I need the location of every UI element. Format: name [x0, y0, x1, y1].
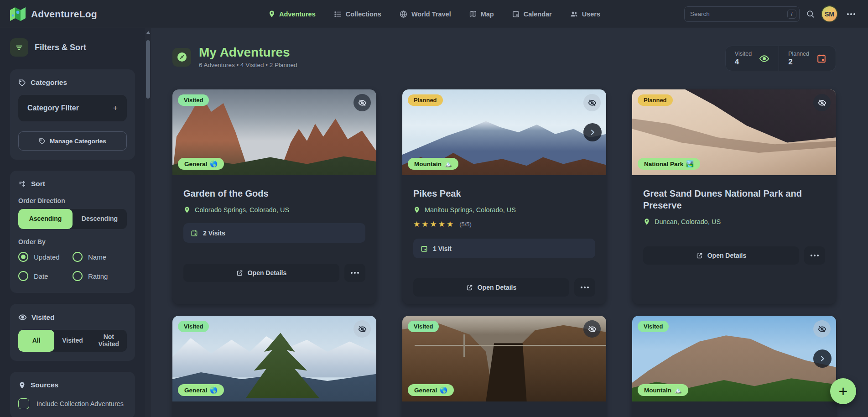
top-navbar: AdventureLog Adventures Collections [0, 0, 868, 28]
external-link-icon [696, 252, 703, 259]
order-direction-label: Order Direction [18, 197, 127, 204]
open-details-button[interactable]: Open Details [183, 264, 339, 282]
adventure-image: Visited General🌎 [172, 89, 376, 175]
map-logo-icon [10, 7, 26, 21]
nav-item-collections[interactable]: Collections [334, 10, 381, 18]
card-body: Garden of the Gods Colorado Springs, Col… [172, 175, 376, 282]
categories-panel: Categories Category Filter + Manage Cate… [10, 69, 135, 160]
categories-heading: Categories [18, 78, 127, 87]
descending-button[interactable]: Descending [73, 209, 127, 229]
sort-panel: Sort Order Direction Ascending Descendin… [10, 171, 135, 293]
page-subtitle: 6 Adventures • 4 Visited • 2 Planned [199, 62, 297, 68]
adventure-location: Duncan, Colorado, US [643, 218, 825, 225]
navbar-overflow-menu-button[interactable] [844, 9, 858, 20]
calendar-icon [816, 53, 826, 63]
scroll-up-arrow-icon[interactable] [146, 31, 150, 34]
checkbox-icon[interactable] [18, 398, 29, 409]
status-badge: Planned [638, 94, 673, 106]
radio-rating[interactable]: Rating [73, 271, 127, 281]
order-direction-toggle: Ascending Descending [18, 209, 127, 229]
users-icon [570, 10, 578, 18]
compass-icon [177, 52, 187, 63]
open-details-button[interactable]: Open Details [643, 246, 799, 265]
visited-all-button[interactable]: All [18, 330, 54, 352]
radio-date[interactable]: Date [18, 271, 73, 281]
visited-filter-toggle: All Visited Not Visited [18, 330, 127, 352]
page-header: My Adventures 6 Adventures • 4 Visited •… [172, 46, 836, 71]
ascending-button[interactable]: Ascending [18, 209, 73, 229]
card-overflow-menu-button[interactable] [574, 278, 595, 297]
main-navigation: Adventures Collections World Travel [268, 10, 600, 18]
hide-visibility-button[interactable] [583, 320, 601, 338]
status-badge: Visited [178, 321, 209, 332]
nav-item-adventures[interactable]: Adventures [268, 10, 316, 18]
order-by-options: Updated Name Date Rating [18, 252, 127, 284]
card-overflow-menu-button[interactable] [804, 246, 825, 265]
radio-name[interactable]: Name [73, 252, 127, 262]
visited-visited-button[interactable]: Visited [54, 330, 90, 352]
ellipsis-icon [811, 255, 812, 256]
adventure-card: Visited Mountain🏔️ [632, 316, 836, 417]
manage-categories-button[interactable]: Manage Categories [18, 131, 127, 151]
visits-info: 1 Visit [413, 239, 595, 258]
radio-updated[interactable]: Updated [18, 252, 73, 262]
content-scrollbar[interactable] [145, 28, 151, 417]
nav-label: Collections [346, 10, 381, 18]
sidebar-title: Filters & Sort [35, 43, 86, 52]
calendar-icon [512, 10, 520, 18]
hide-visibility-button[interactable] [583, 94, 601, 111]
planned-stat: Planned 2 [779, 46, 836, 71]
nav-item-world-travel[interactable]: World Travel [400, 10, 451, 18]
hide-visibility-button[interactable] [353, 320, 371, 338]
category-emoji: 🏞️ [686, 160, 694, 167]
category-filter-collapse[interactable]: Category Filter + [18, 95, 127, 121]
visited-not-visited-button[interactable]: Not Visited [91, 330, 127, 352]
map-pin-icon [183, 206, 191, 214]
hide-visibility-button[interactable] [813, 94, 831, 111]
order-by-label: Order By [18, 238, 127, 245]
include-collection-adventures-checkbox-row[interactable]: Include Collection Adventures [18, 398, 127, 409]
stats-box: Visited 4 Planned 2 [725, 46, 836, 71]
visited-stat-label: Visited [735, 51, 752, 57]
next-image-button[interactable] [813, 349, 832, 368]
planned-stat-label: Planned [788, 51, 809, 57]
search-box: / [684, 6, 800, 22]
card-body [172, 401, 376, 414]
search-icon [806, 10, 815, 18]
category-emoji: 🏔️ [444, 160, 452, 167]
category-badge: National Park🏞️ [638, 158, 700, 170]
category-emoji: 🌎 [210, 160, 218, 167]
adventure-title: Garden of the Gods [183, 188, 365, 199]
category-emoji: 🌎 [440, 386, 447, 394]
brand-home-link[interactable]: AdventureLog [10, 7, 97, 21]
category-badge: General🌎 [178, 384, 224, 396]
map-pin-icon [18, 381, 26, 389]
sort-heading: Sort [18, 180, 127, 188]
card-actions: Open Details [643, 246, 825, 265]
nav-label: Map [481, 10, 494, 18]
search-input[interactable] [684, 6, 800, 22]
hide-visibility-button[interactable] [353, 94, 371, 111]
nav-item-calendar[interactable]: Calendar [512, 10, 552, 18]
globe-icon [400, 10, 408, 18]
page-header-left: My Adventures 6 Adventures • 4 Visited •… [172, 46, 297, 68]
user-avatar[interactable]: SM [821, 5, 838, 22]
card-body: Great Sand Dunes National Park and Prese… [632, 175, 836, 265]
card-overflow-menu-button[interactable] [344, 264, 365, 282]
compass-iconbox [172, 48, 191, 67]
scrollbar-thumb[interactable] [146, 40, 150, 99]
next-image-button[interactable] [583, 123, 602, 141]
add-adventure-fab[interactable]: + [830, 378, 856, 404]
search-submit-button[interactable] [806, 10, 815, 18]
hide-visibility-button[interactable] [813, 320, 831, 338]
card-body [632, 401, 836, 414]
nav-item-map[interactable]: Map [469, 10, 494, 18]
open-details-button[interactable]: Open Details [413, 278, 569, 297]
page-title: My Adventures [199, 46, 297, 59]
nav-item-users[interactable]: Users [570, 10, 600, 18]
sources-heading: Sources [18, 381, 127, 389]
expand-plus-icon: + [113, 104, 118, 113]
adventure-image: Planned National Park🏞️ [632, 89, 836, 175]
radio-icon [73, 271, 83, 281]
category-badge: General🌎 [178, 158, 224, 170]
